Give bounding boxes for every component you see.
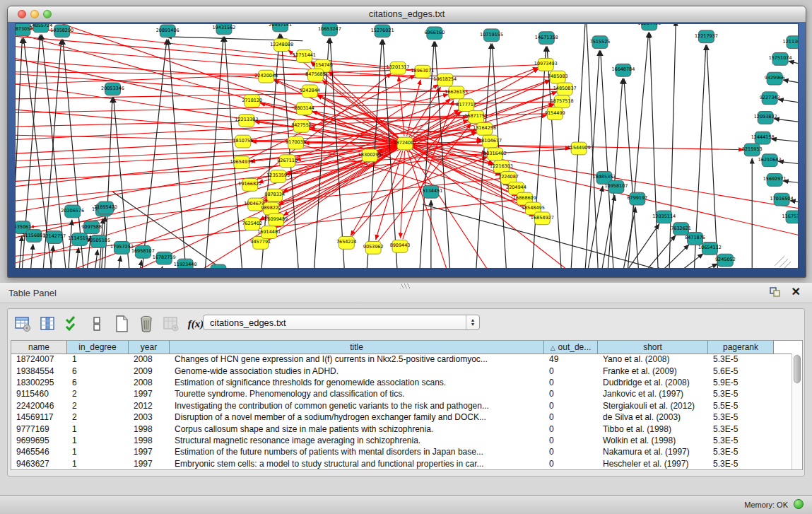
graph-node[interactable]: 11254493 xyxy=(637,24,661,30)
table-row[interactable]: 2242004622012Investigating the contribut… xyxy=(11,400,792,411)
network-canvas[interactable]: 1872400712248088127514418154749224200468… xyxy=(15,23,799,269)
graph-node[interactable]: 9898222 xyxy=(261,202,281,215)
graph-node[interactable]: 9242844 xyxy=(300,85,320,98)
graph-node[interactable]: 2803144 xyxy=(294,103,314,115)
graph-node[interactable]: 10653247 xyxy=(318,24,341,36)
network-table-select[interactable]: citations_edges.txt ▲▼ xyxy=(203,315,480,330)
graph-node[interactable]: 6966160 xyxy=(424,27,445,40)
graph-node[interactable]: 18950624 xyxy=(207,264,230,268)
graph-node[interactable]: 16871751 xyxy=(464,111,488,124)
graph-node[interactable]: 18757518 xyxy=(551,95,574,108)
graph-node-label: 9329966 xyxy=(765,75,785,81)
table-settings-icon[interactable] xyxy=(13,315,32,333)
graph-node[interactable]: 9329966 xyxy=(765,72,785,85)
table-panel-titlebar[interactable]: Table Panel ✕ xyxy=(0,283,812,303)
graph-node[interactable]: 20891406 xyxy=(156,25,180,37)
column-options-icon[interactable] xyxy=(38,315,57,333)
graph-node[interactable]: 15276021 xyxy=(371,25,394,37)
graph-node[interactable]: 2718120 xyxy=(242,95,262,107)
graph-node[interactable]: 10719155 xyxy=(480,29,503,42)
graph-node[interactable]: 16626153 xyxy=(445,86,468,99)
table-row[interactable]: 969969511998Structural magnetic resonanc… xyxy=(11,435,792,446)
graph-node[interactable]: 8215953 xyxy=(742,144,763,156)
graph-node[interactable]: 13201317 xyxy=(387,62,410,74)
graph-node[interactable]: 8909443 xyxy=(390,240,411,252)
graph-node[interactable]: 16958107 xyxy=(131,245,155,258)
column-header-pagerank[interactable]: pagerank xyxy=(708,341,774,354)
graph-node[interactable]: 16782759 xyxy=(153,252,176,264)
graph-node[interactable]: 7515525 xyxy=(590,36,611,49)
graph-node[interactable]: 7485083 xyxy=(548,71,568,83)
graph-node[interactable]: 16210643 xyxy=(758,154,782,167)
row-height-icon[interactable] xyxy=(88,315,106,333)
graph-node[interactable]: 12217937 xyxy=(695,30,718,43)
graph-node-label: 12213383 xyxy=(235,117,258,122)
delete-entries-icon[interactable] xyxy=(137,315,155,333)
graph-node[interactable]: 11675334 xyxy=(782,211,798,223)
graph-node[interactable]: 9053962 xyxy=(363,241,384,254)
new-table-icon[interactable] xyxy=(112,315,131,333)
graph-node[interactable]: 8427552 xyxy=(291,119,312,132)
graph-node[interactable]: 9097588 xyxy=(81,221,102,234)
graph-node[interactable]: 22420046 xyxy=(254,70,278,83)
table-row[interactable]: 946362711997Embryonic stem cells: a mode… xyxy=(11,458,792,469)
graph-node-label: 8475685 xyxy=(305,71,326,77)
select-rows-icon[interactable] xyxy=(63,315,81,333)
graph-node[interactable]: 12093832 xyxy=(754,112,777,124)
graph-node[interactable]: 16648784 xyxy=(611,64,635,76)
column-header-in-degree[interactable]: in_degree xyxy=(67,341,129,354)
column-header-out-degree[interactable]: △out_de... xyxy=(544,341,598,354)
table-row[interactable]: 946554611997Estimation of the future num… xyxy=(11,446,792,457)
delete-table-icon[interactable] xyxy=(162,315,180,333)
graph-node[interactable]: 1810755 xyxy=(233,135,253,148)
table-row[interactable]: 977716911998Corpus callosum shape and si… xyxy=(11,423,792,434)
graph-node[interactable]: 15751074 xyxy=(769,53,792,66)
graph-node[interactable]: 9170033 xyxy=(286,136,306,149)
graph-node[interactable]: 6799197 xyxy=(627,192,647,205)
table-cell: 5.6E-5 xyxy=(708,366,774,376)
graph-node[interactable]: 9227343 xyxy=(760,92,780,105)
graph-node[interactable]: 14671358 xyxy=(535,32,558,45)
column-header-year[interactable]: year xyxy=(129,341,170,354)
graph-node[interactable]: 8471876 xyxy=(685,233,705,245)
graph-node[interactable]: 18316462 xyxy=(483,148,507,160)
table-row[interactable]: 1872400712008Changes of HCN gene express… xyxy=(11,354,792,365)
graph-node[interactable]: 8267110 xyxy=(277,155,298,168)
graph-node-label: 8267110 xyxy=(277,158,298,163)
graph-node[interactable]: 9154499 xyxy=(545,107,565,120)
canvas-resize-grip[interactable] xyxy=(775,256,791,268)
graph-node[interactable]: 9245052 xyxy=(715,254,736,267)
graph-node[interactable]: 8878334 xyxy=(264,189,285,201)
column-header-short[interactable]: short xyxy=(598,341,708,354)
close-panel-icon[interactable]: ✕ xyxy=(792,286,801,298)
window-titlebar[interactable]: citations_edges.txt xyxy=(8,6,806,23)
graph-node[interactable]: 12444158 xyxy=(751,132,775,144)
graph-node[interactable]: 14850837 xyxy=(553,83,577,95)
table-row[interactable]: 1830029562008Estimation of significance … xyxy=(11,377,792,388)
table-row[interactable]: 1938455462009Genome-wide association stu… xyxy=(11,365,792,376)
table-scrollbar[interactable] xyxy=(792,354,802,469)
graph-node[interactable]: 19431562 xyxy=(212,24,235,35)
graph-node[interactable]: 20937141 xyxy=(269,24,292,32)
graph-node[interactable]: 11923448 xyxy=(174,259,197,268)
table-row[interactable]: 911546021997Tourette syndrome. Phenomeno… xyxy=(11,388,792,399)
graph-node[interactable]: 11544909 xyxy=(567,142,591,155)
graph-node[interactable]: 8177717 xyxy=(456,99,476,112)
panel-drag-grip[interactable] xyxy=(400,284,410,288)
table-scrollbar-thumb[interactable] xyxy=(794,355,801,383)
table-row[interactable]: 1456911722003Disruption of a novel membe… xyxy=(11,411,792,423)
graph-node[interactable]: 7654224 xyxy=(336,237,357,250)
citation-graph[interactable]: 1872400712248088127514418154749224200468… xyxy=(16,24,798,268)
float-panel-icon[interactable] xyxy=(770,287,781,298)
graph-node[interactable]: 15692971 xyxy=(763,174,787,187)
graph-node[interactable]: 8475685 xyxy=(305,69,326,81)
column-header-title[interactable]: title xyxy=(170,341,544,354)
graph-node[interactable]: 20053346 xyxy=(101,83,124,95)
column-header-name[interactable]: name xyxy=(11,341,67,354)
table-cell: Corpus callosum shape and size in male p… xyxy=(170,424,544,434)
table-cell: 1 xyxy=(67,436,129,445)
graph-node[interactable]: 19166822 xyxy=(238,178,261,191)
graph-node[interactable]: 12213383 xyxy=(235,115,258,127)
graph-node[interactable]: 20206576 xyxy=(61,205,84,218)
graph-node[interactable]: 12113054 xyxy=(783,36,798,49)
